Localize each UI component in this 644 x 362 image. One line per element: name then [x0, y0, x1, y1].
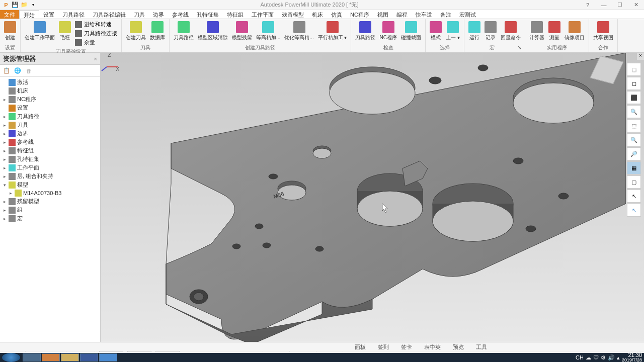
ribbon-btn-6-2[interactable]: 回显命令 [500, 20, 522, 42]
tab-nc[interactable]: NC程序 [346, 10, 373, 19]
expand-icon[interactable]: ▾ [2, 183, 7, 188]
tray-icon1[interactable]: ☁ [586, 354, 591, 361]
qat-dropdown-icon[interactable]: ▾ [29, 1, 37, 9]
ribbon-sm-1-0[interactable]: 进给和转速 [74, 20, 118, 29]
tray-date[interactable]: 2019/7/28 [622, 358, 642, 362]
ribbon-sm-1-2[interactable]: 余量 [74, 38, 118, 47]
tab-toolpath[interactable]: 刀具路径 [58, 10, 89, 19]
btab-tools[interactable]: 工具 [470, 342, 493, 351]
ribbon-btn-1-1[interactable]: 毛坯 [58, 20, 72, 42]
close-icon[interactable]: ✕ [630, 1, 642, 9]
ribbon-btn-2-1[interactable]: 数据库 [149, 20, 166, 42]
model-viewport[interactable]: × [101, 53, 644, 342]
ribbon-btn-3-5[interactable]: 平行精加工 ▾ [317, 20, 348, 42]
btab-card[interactable]: 签卡 [395, 342, 418, 351]
sidebar-close-icon[interactable]: × [94, 56, 97, 62]
task-explorer[interactable] [61, 353, 79, 361]
tab-file[interactable]: 文件 [0, 10, 19, 19]
tab-prog[interactable]: 编程 [392, 10, 412, 19]
ribbon-btn-5-1[interactable]: 上一 ▾ [445, 20, 461, 42]
iso-view-icon[interactable]: ⬚ [627, 63, 641, 76]
cube-view-icon[interactable]: ⬛ [627, 91, 641, 104]
tab-view[interactable]: 视图 [373, 10, 392, 19]
maximize-icon[interactable]: ☐ [614, 1, 626, 9]
ribbon-btn-4-0[interactable]: 刀具路径 [354, 20, 376, 42]
ribbon-btn-3-4[interactable]: 优化等高精... [283, 20, 314, 42]
task-app2[interactable] [42, 353, 60, 361]
dialog-launcher-icon[interactable]: ↘ [517, 44, 522, 51]
axis-gizmo[interactable]: Z X [101, 53, 121, 73]
ribbon-btn-0-0[interactable]: 创建 [3, 20, 17, 42]
start-button[interactable] [2, 353, 20, 362]
expand-icon[interactable]: ▸ [2, 131, 7, 136]
tree-item[interactable]: ▸特征组 [1, 146, 99, 155]
tab-setup[interactable]: 设置 [39, 10, 58, 19]
tree-item[interactable]: 机床 [1, 86, 99, 95]
expand-icon[interactable]: ▸ [2, 216, 7, 221]
tray-icon3[interactable]: ⚙ [601, 354, 606, 361]
zoom-fit-icon[interactable]: 🔍 [627, 105, 641, 118]
zoom-out-icon[interactable]: 🔎 [627, 147, 641, 160]
task-app1[interactable] [23, 353, 41, 361]
tab-stock[interactable]: 残留模型 [278, 10, 308, 19]
btab-panel[interactable]: 面板 [349, 342, 372, 351]
tree-item[interactable]: ▸孔特征集 [1, 155, 99, 163]
tab-sim[interactable]: 仿真 [327, 10, 346, 19]
expand-icon[interactable]: ▸ [2, 114, 7, 119]
tree-item[interactable]: ▸宏 [1, 214, 99, 223]
delete-icon[interactable]: 🗑 [24, 66, 33, 75]
ribbon-btn-2-0[interactable]: 创建刀具 [125, 20, 147, 42]
tab-tool[interactable]: 刀具 [130, 10, 149, 19]
expand-icon[interactable]: ▸ [2, 123, 7, 128]
tree-item[interactable]: 设置 [1, 104, 99, 112]
ribbon-btn-3-2[interactable]: 模型残留 [231, 20, 253, 42]
expand-icon[interactable]: ▸ [2, 199, 7, 204]
ribbon-btn-6-1[interactable]: 记录 [484, 20, 498, 42]
tree-item[interactable]: ▸边界 [1, 129, 99, 138]
tree-item[interactable]: ▸残留模型 [1, 197, 99, 206]
expand-icon[interactable]: ▸ [2, 157, 7, 162]
tab-express[interactable]: 快车道 [412, 10, 436, 19]
minimize-icon[interactable]: — [598, 1, 610, 9]
task-player[interactable] [99, 353, 117, 361]
tree-icon[interactable]: 📋 [2, 66, 11, 75]
ribbon-btn-3-1[interactable]: 模型区域清除 [197, 20, 229, 42]
expand-icon[interactable]: ▸ [2, 97, 7, 102]
tree-item[interactable]: ▸刀具路径 [1, 112, 99, 121]
tree-item[interactable]: ▸M14A00730-B3 [1, 189, 99, 197]
zoom-window-icon[interactable]: ⬚ [627, 119, 641, 132]
tree-item[interactable]: ▸NC程序 [1, 95, 99, 104]
ribbon-btn-3-0[interactable]: 刀具路径 [173, 20, 195, 42]
tree-item[interactable]: ▾模型 [1, 180, 99, 189]
select-icon[interactable]: ↖ [627, 190, 641, 203]
tray-chevron-icon[interactable]: ▴ [617, 354, 620, 361]
shade-icon[interactable]: ▦ [627, 161, 641, 174]
tab-pattern[interactable]: 参考线 [168, 10, 193, 19]
tree-item[interactable]: ▸层, 组合和夹持 [1, 172, 99, 180]
tree-item[interactable]: ▸工作平面 [1, 163, 99, 172]
btab-lang[interactable]: 表中英 [418, 342, 447, 351]
ribbon-btn-5-0[interactable]: 模式 [429, 20, 443, 42]
ribbon-btn-3-3[interactable]: 等高精加... [255, 20, 281, 42]
tray-ime[interactable]: CH [576, 354, 584, 360]
globe-icon[interactable]: 🌐 [13, 66, 22, 75]
expand-icon[interactable]: ▸ [2, 208, 7, 213]
tab-home[interactable]: 开始 [19, 10, 39, 19]
tray-volume-icon[interactable]: 🔊 [608, 354, 615, 361]
ribbon-btn-7-2[interactable]: 镜像项目 [564, 20, 586, 42]
ribbon-btn-6-0[interactable]: 运行 [467, 20, 481, 42]
help-icon[interactable]: ? [582, 1, 594, 9]
tree-item[interactable]: 激活 [1, 78, 99, 86]
tab-toolpath-edit[interactable]: 刀具路径编辑 [89, 10, 130, 19]
wire-icon[interactable]: ▢ [627, 175, 641, 189]
ribbon-sm-1-1[interactable]: 刀具路径连接 [74, 29, 118, 38]
tree-item[interactable]: ▸组 [1, 206, 99, 214]
tab-workplane[interactable]: 工作平面 [248, 10, 278, 19]
task-wps[interactable] [80, 353, 98, 361]
ribbon-btn-1-0[interactable]: 创建工作平面 [24, 20, 56, 42]
tree-item[interactable]: ▸参考线 [1, 138, 99, 146]
zoom-in-icon[interactable]: 🔍 [627, 133, 641, 146]
open-icon[interactable]: 📁 [20, 1, 28, 9]
ribbon-btn-4-1[interactable]: NC程序 [378, 20, 397, 42]
ribbon-btn-7-0[interactable]: 计算器 [528, 20, 545, 42]
